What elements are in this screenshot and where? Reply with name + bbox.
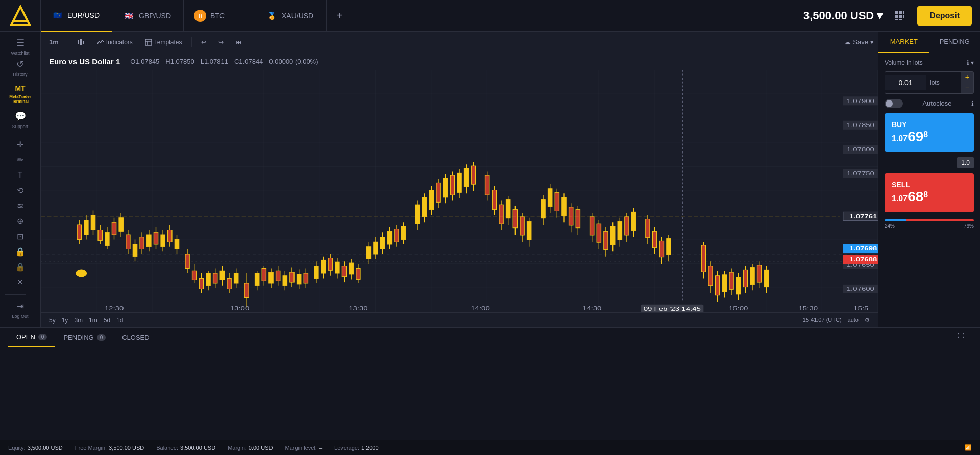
sell-button[interactable]: SELL 1.07688 — [885, 173, 974, 212]
autoclose-row: Autoclose ℹ — [885, 99, 974, 108]
sidebar-item-logout[interactable]: ⇥ Log Out — [5, 297, 36, 322]
tab-pending-orders[interactable]: PENDING 0 — [55, 328, 114, 347]
measure-tool[interactable]: ≋ — [11, 198, 30, 214]
sidebar-item-watchlist[interactable]: ☰ Watchlist — [5, 37, 36, 56]
sidebar: ☰ Watchlist ↺ History MT MetaTraderTermi… — [0, 32, 41, 327]
tab-gbp-usd[interactable]: 🇬🇧 GBP/USD — [112, 0, 184, 32]
history-icon: ↺ — [16, 59, 24, 70]
svg-rect-199 — [757, 265, 762, 282]
ohlc-low: L1.07811 — [201, 58, 228, 65]
zoom-in-tool[interactable]: ⊕ — [11, 214, 30, 229]
range-1m-button[interactable]: 1m — [89, 317, 97, 324]
lock2-tool[interactable]: 🔒 — [11, 260, 30, 275]
zoom-level: auto — [848, 317, 859, 323]
templates-button[interactable]: Templates — [140, 37, 187, 48]
tab-btc[interactable]: ₿ BTC — [184, 0, 255, 32]
svg-text:1.07800: 1.07800 — [847, 146, 874, 153]
svg-text:1.07698: 1.07698 — [849, 246, 877, 252]
tab-market[interactable]: MARKET — [878, 32, 929, 53]
grid-icon[interactable] — [891, 7, 909, 25]
svg-rect-111 — [387, 231, 391, 244]
range-3m-button[interactable]: 3m — [74, 317, 83, 324]
svg-rect-8 — [895, 19, 898, 20]
history-label: History — [13, 72, 27, 77]
volume-increase-button[interactable]: + — [961, 72, 973, 83]
svg-rect-167 — [611, 226, 615, 245]
fibonacci-tool[interactable]: ⟲ — [11, 183, 30, 198]
buy-button[interactable]: BUY 1.07698 — [885, 113, 974, 152]
cursor-tool[interactable]: ✛ — [11, 137, 30, 153]
svg-rect-171 — [625, 217, 629, 235]
undo-button[interactable]: ↩ — [196, 37, 211, 48]
svg-rect-61 — [199, 279, 203, 289]
svg-rect-67 — [220, 271, 224, 280]
svg-rect-103 — [356, 269, 360, 280]
tab-xau-usd[interactable]: 🏅 XAU/USD — [255, 0, 327, 32]
tab-pending[interactable]: PENDING — [929, 32, 981, 53]
pending-badge: 0 — [97, 334, 106, 341]
timeframe-button[interactable]: 1m — [45, 36, 63, 48]
lock-tool[interactable]: 🔒 — [11, 244, 30, 260]
margin-status: Margin: 0.00 USD — [228, 445, 273, 451]
text-tool[interactable]: T — [11, 168, 30, 183]
range-1y-button[interactable]: 1y — [62, 317, 68, 324]
range-5d-button[interactable]: 5d — [104, 317, 110, 324]
svg-text:15:00: 15:00 — [729, 306, 748, 312]
svg-rect-9 — [899, 19, 902, 20]
svg-rect-41 — [126, 235, 130, 249]
drawing-tools: ✛ ✏ T ⟲ ≋ ⊕ ⊡ 🔒 🔒 👁 — [11, 135, 30, 292]
svg-text:1.07850: 1.07850 — [847, 122, 874, 128]
xau-flag: 🏅 — [265, 10, 278, 22]
svg-rect-177 — [653, 231, 657, 247]
tab-eur-usd[interactable]: 🇪🇺 EUR/USD — [41, 0, 112, 32]
range-5y-button[interactable]: 5y — [49, 317, 56, 324]
sell-price: 1.07688 — [892, 189, 967, 205]
status-bar: Equity: 3,500.00 USD Free Margin: 3,500.… — [0, 440, 980, 455]
volume-input[interactable] — [885, 75, 926, 90]
support-label: Support — [12, 124, 29, 129]
chart-canvas: 1.07900 1.07850 1.07761 1.07800 1.07750 … — [41, 70, 878, 312]
redo-button[interactable]: ↪ — [213, 37, 229, 48]
spread-bar — [885, 219, 974, 221]
svg-rect-195 — [743, 270, 747, 287]
logout-label: Log Out — [12, 314, 28, 319]
svg-rect-65 — [213, 273, 217, 283]
svg-rect-55 — [175, 240, 179, 249]
add-instrument-button[interactable]: + — [327, 0, 353, 32]
save-button[interactable]: ☁ Save ▾ — [844, 38, 874, 46]
svg-rect-109 — [381, 237, 385, 249]
leverage-status: Leverage: 1:2000 — [334, 445, 379, 451]
pen-tool[interactable]: ✏ — [11, 153, 30, 168]
open-badge: 0 — [38, 334, 47, 340]
svg-rect-105 — [366, 247, 371, 259]
fullscreen-button[interactable]: ⛶ — [949, 328, 972, 347]
chart-type-button[interactable] — [71, 36, 90, 48]
tab-open[interactable]: OPEN 0 — [8, 328, 55, 347]
deposit-button[interactable]: Deposit — [917, 6, 972, 26]
volume-row: Volume in lots ℹ ▾ — [885, 59, 974, 66]
volume-info-icon[interactable]: ℹ ▾ — [967, 59, 974, 66]
eye-tool[interactable]: 👁 — [11, 275, 30, 290]
current-time: 15:41:07 (UTC) — [803, 317, 842, 323]
svg-rect-169 — [618, 221, 622, 240]
range-1d-button[interactable]: 1d — [116, 317, 123, 324]
svg-rect-153 — [555, 192, 559, 211]
svg-text:13:00: 13:00 — [230, 306, 250, 312]
svg-rect-95 — [328, 258, 332, 271]
tab-closed[interactable]: CLOSED — [114, 328, 157, 347]
chart-settings-icon[interactable]: ⚙ — [865, 317, 870, 323]
volume-decrease-button[interactable]: − — [961, 83, 973, 93]
anchor-tool[interactable]: ⊡ — [11, 229, 30, 244]
rewind-button[interactable]: ⏮ — [231, 37, 247, 48]
sidebar-bottom: ⇥ Log Out — [5, 292, 36, 323]
bottom-content — [0, 347, 980, 440]
free-margin-status: Free Margin: 3,500.00 USD — [75, 445, 144, 451]
autoclose-toggle[interactable] — [885, 99, 903, 108]
sidebar-item-support[interactable]: 💬 Support — [5, 110, 36, 130]
panel-content: Volume in lots ℹ ▾ lots + − — [878, 53, 980, 235]
indicators-button[interactable]: Indicators — [92, 37, 138, 48]
sidebar-item-history[interactable]: ↺ History — [5, 58, 36, 78]
svg-text:14:30: 14:30 — [582, 306, 602, 312]
sidebar-item-mt[interactable]: MT MetaTraderTerminal — [5, 84, 36, 104]
autoclose-info-icon[interactable]: ℹ — [971, 100, 974, 107]
